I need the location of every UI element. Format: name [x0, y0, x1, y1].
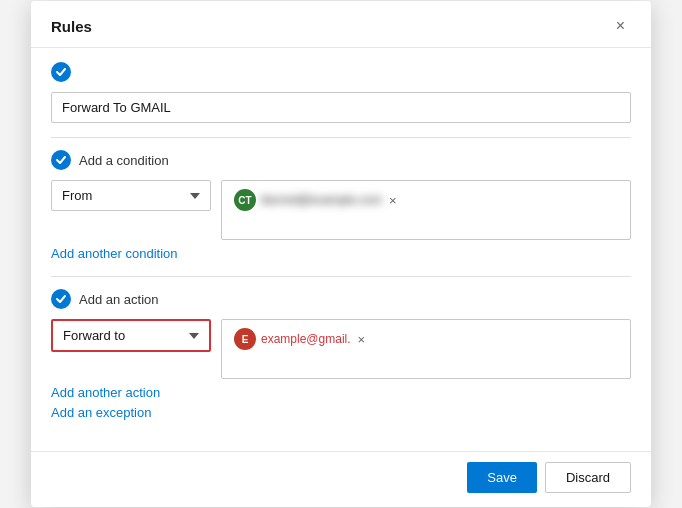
action-tag-email: example@gmail. — [261, 332, 351, 346]
condition-header: Add a condition — [51, 150, 631, 170]
condition-tag-box: CT blurred@example.com × — [221, 180, 631, 240]
condition-tag-avatar: CT — [234, 189, 256, 211]
rules-dialog: Rules × Add — [31, 1, 651, 507]
dialog-footer: Save Discard — [31, 451, 651, 507]
add-condition-button[interactable]: Add another condition — [51, 246, 177, 261]
dialog-header: Rules × — [31, 1, 651, 48]
save-button[interactable]: Save — [467, 462, 537, 493]
discard-button[interactable]: Discard — [545, 462, 631, 493]
condition-tag-remove[interactable]: × — [387, 194, 399, 207]
divider-2 — [51, 276, 631, 277]
condition-tag-email: blurred@example.com — [261, 193, 382, 207]
rule-name-header — [51, 62, 631, 82]
action-header: Add an action — [51, 289, 631, 309]
dialog-title: Rules — [51, 18, 92, 35]
rule-name-section — [51, 62, 631, 123]
divider-1 — [51, 137, 631, 138]
action-dropdown[interactable]: Forward to Move to Delete Mark as read F… — [51, 319, 211, 352]
condition-row: From To CC Subject Has attachment Import… — [51, 180, 631, 240]
action-label: Add an action — [79, 292, 159, 307]
condition-dropdown[interactable]: From To CC Subject Has attachment Import… — [51, 180, 211, 211]
rule-name-input[interactable] — [51, 92, 631, 123]
dialog-body: Add a condition From To CC Subject Has a… — [31, 48, 651, 451]
action-tag-avatar: E — [234, 328, 256, 350]
condition-tag: CT blurred@example.com × — [230, 187, 403, 213]
rule-name-check — [51, 62, 71, 82]
action-tag-remove[interactable]: × — [356, 333, 368, 346]
add-action-button[interactable]: Add another action — [51, 385, 160, 400]
action-tag: E example@gmail. × — [230, 326, 371, 352]
action-check — [51, 289, 71, 309]
condition-check — [51, 150, 71, 170]
add-exception-button[interactable]: Add an exception — [51, 405, 151, 420]
close-button[interactable]: × — [610, 15, 631, 37]
action-row: Forward to Move to Delete Mark as read F… — [51, 319, 631, 379]
action-section: Add an action Forward to Move to Delete … — [51, 289, 631, 421]
action-tag-box: E example@gmail. × — [221, 319, 631, 379]
condition-label: Add a condition — [79, 153, 169, 168]
condition-section: Add a condition From To CC Subject Has a… — [51, 150, 631, 262]
